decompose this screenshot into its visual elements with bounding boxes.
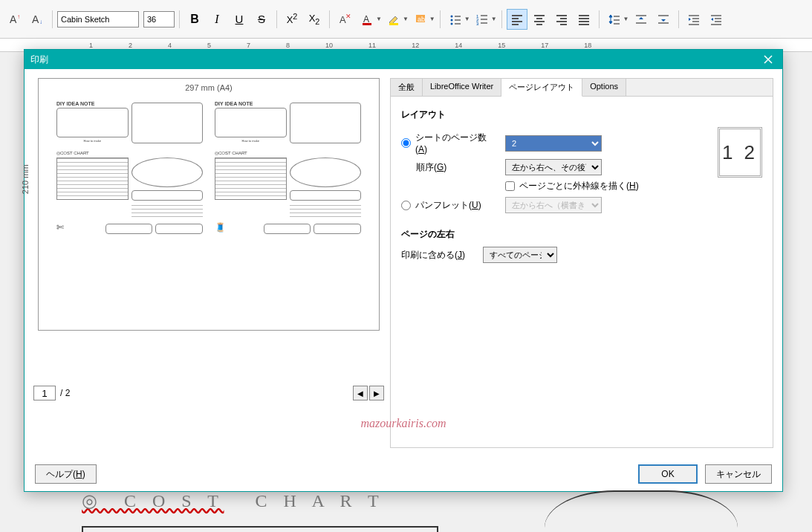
font-size-select[interactable] <box>143 11 175 27</box>
svg-rect-29 <box>534 21 545 22</box>
line-spacing-button[interactable] <box>604 9 625 30</box>
dropdown-arrow-icon[interactable]: ▼ <box>623 16 629 22</box>
svg-rect-33 <box>556 21 567 22</box>
brochure-radio[interactable] <box>401 201 411 210</box>
ok-button[interactable]: OK <box>638 464 698 484</box>
highlight-color-button[interactable] <box>383 9 404 30</box>
svg-rect-53 <box>711 24 721 25</box>
print-dialog: 印刷 297 mm (A4) 210 mm DIY IDEA NOTEHow t… <box>24 49 783 492</box>
mini-page-2: DIY IDEA NOTEHow to make ◎COST CHART 🧵 <box>215 101 361 315</box>
bold-button[interactable]: B <box>184 9 205 30</box>
font-increase-icon[interactable]: A↑ <box>4 9 25 30</box>
svg-text:3: 3 <box>476 22 479 25</box>
svg-rect-46 <box>689 15 699 16</box>
underline-button[interactable]: U <box>229 9 250 30</box>
include-label: 印刷に含める(J) <box>401 249 465 262</box>
align-right-button[interactable] <box>551 9 572 30</box>
svg-rect-36 <box>579 18 589 19</box>
separator <box>276 10 277 28</box>
svg-rect-40 <box>614 19 620 21</box>
nup-preview: 1 2 <box>718 127 762 178</box>
pages-per-sheet-label: シートのページ数(A) <box>415 132 498 155</box>
next-page-button[interactable]: ▶ <box>369 386 384 400</box>
mini-page-1: DIY IDEA NOTEHow to make ◎COST CHART ✄ <box>56 101 203 315</box>
svg-rect-27 <box>534 15 545 16</box>
preview-sheet: 297 mm (A4) 210 mm DIY IDEA NOTEHow to m… <box>38 78 380 331</box>
align-center-button[interactable] <box>529 9 550 30</box>
dropdown-arrow-icon[interactable]: ▼ <box>403 16 409 22</box>
paper-width-label: 297 mm (A4) <box>39 83 379 92</box>
svg-point-15 <box>450 22 452 25</box>
separator <box>599 10 600 28</box>
svg-rect-28 <box>536 18 542 19</box>
decrease-indent-button[interactable] <box>706 9 727 30</box>
prev-page-button[interactable]: ◀ <box>353 386 368 400</box>
svg-rect-25 <box>512 21 522 22</box>
italic-button[interactable]: I <box>207 9 227 30</box>
svg-text:↓: ↓ <box>39 19 42 25</box>
font-name-select[interactable] <box>57 11 139 27</box>
dropdown-arrow-icon[interactable]: ▼ <box>491 16 497 22</box>
align-justify-button[interactable] <box>574 9 594 30</box>
superscript-button[interactable]: X2 <box>282 9 302 30</box>
draw-border-checkbox[interactable] <box>505 181 515 191</box>
strikethrough-button[interactable]: S <box>251 9 272 30</box>
svg-text:✕: ✕ <box>345 13 351 20</box>
svg-rect-37 <box>579 21 589 22</box>
brochure-label: パンフレット(U) <box>415 199 481 212</box>
svg-rect-26 <box>512 24 519 25</box>
svg-rect-44 <box>658 15 669 16</box>
svg-rect-39 <box>614 16 620 17</box>
tab-writer[interactable]: LibreOffice Writer <box>423 79 501 96</box>
svg-point-11 <box>450 15 452 17</box>
tab-general[interactable]: 全般 <box>391 79 423 96</box>
order-select[interactable]: 左から右へ、その後下へ <box>505 159 602 175</box>
help-button[interactable]: ヘルプ(H) <box>35 464 97 484</box>
svg-point-13 <box>450 19 452 21</box>
svg-text:A: A <box>32 13 39 25</box>
separator <box>329 10 330 28</box>
close-icon[interactable] <box>760 51 776 68</box>
separator <box>440 10 441 28</box>
svg-rect-38 <box>579 24 589 25</box>
include-select[interactable]: すべてのページ <box>483 247 557 263</box>
separator <box>501 10 502 28</box>
number-list-button[interactable]: 123 <box>472 9 493 30</box>
page-total-label: / 2 <box>60 388 70 398</box>
decrease-para-spacing-button[interactable] <box>653 9 674 30</box>
tab-options[interactable]: Options <box>582 79 626 96</box>
svg-rect-41 <box>614 23 620 25</box>
brochure-select: 左から右へ（横書き） <box>505 197 602 213</box>
svg-text:A: A <box>363 14 369 25</box>
svg-rect-34 <box>560 24 567 25</box>
svg-rect-7 <box>363 23 371 25</box>
tab-page-layout[interactable]: ページレイアウト <box>501 79 582 97</box>
formatting-toolbar: A↑ A↓ B I U S X2 X2 A✕ A▼ ▼ ab▼ ▼ 123▼ ▼ <box>0 0 812 39</box>
svg-rect-35 <box>579 15 589 16</box>
page-number-input[interactable] <box>33 386 56 400</box>
bullet-list-button[interactable] <box>445 9 466 30</box>
dialog-title: 印刷 <box>30 53 48 66</box>
svg-text:↑: ↑ <box>17 13 20 20</box>
font-color-button[interactable]: A <box>357 9 377 30</box>
increase-indent-button[interactable] <box>683 9 704 30</box>
char-highlight-button[interactable]: ab <box>410 9 431 30</box>
increase-para-spacing-button[interactable] <box>631 9 652 30</box>
svg-rect-42 <box>636 15 646 16</box>
svg-rect-12 <box>455 16 461 17</box>
svg-rect-48 <box>692 21 699 22</box>
clear-formatting-button[interactable]: A✕ <box>334 9 355 30</box>
draw-border-label: ページごとに外枠線を描く(H) <box>519 180 639 192</box>
cancel-button[interactable]: キャンセル <box>705 464 772 484</box>
font-decrease-icon[interactable]: A↓ <box>27 9 48 30</box>
pages-per-sheet-radio[interactable] <box>401 138 411 148</box>
svg-rect-14 <box>455 19 461 21</box>
dropdown-arrow-icon[interactable]: ▼ <box>376 16 382 22</box>
pages-per-sheet-select[interactable]: 2 <box>505 135 602 152</box>
subscript-button[interactable]: X2 <box>304 9 325 30</box>
dropdown-arrow-icon[interactable]: ▼ <box>464 16 470 22</box>
svg-rect-43 <box>636 22 646 24</box>
dropdown-arrow-icon[interactable]: ▼ <box>429 16 435 22</box>
print-preview-pane: 297 mm (A4) 210 mm DIY IDEA NOTEHow to m… <box>33 78 384 448</box>
align-left-button[interactable] <box>507 9 527 30</box>
